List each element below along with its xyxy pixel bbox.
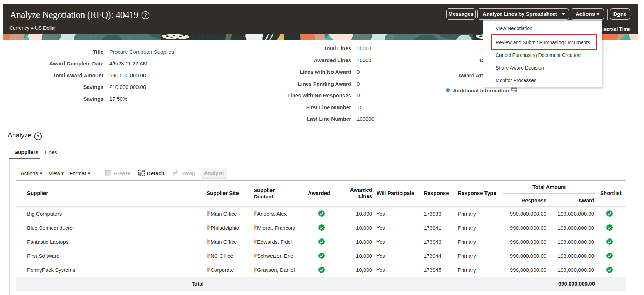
svg-text:?: ? bbox=[145, 12, 147, 18]
svg-text:?: ? bbox=[36, 134, 40, 139]
